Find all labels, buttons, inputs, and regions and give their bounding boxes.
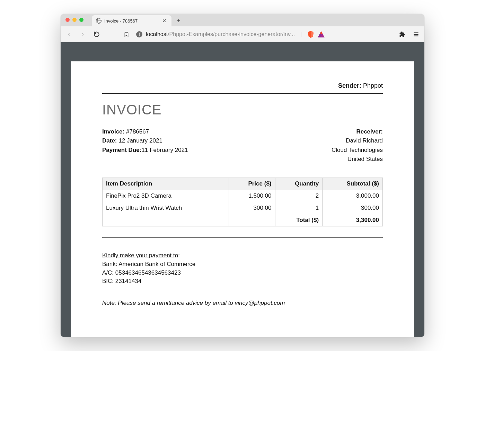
browser-tab[interactable]: Invoice - 786567 ✕ — [92, 15, 171, 26]
cell-subtotal: 3,000.00 — [323, 190, 383, 202]
titlebar: Invoice - 786567 ✕ + — [61, 14, 424, 26]
receiver-company: Cloud Technologies — [332, 146, 383, 155]
tab-title: Invoice - 786567 — [104, 18, 138, 24]
address-bar[interactable]: ! localhost/Phppot-Examples/purchase-inv… — [136, 31, 393, 38]
sender-name: Phppot — [363, 82, 383, 89]
site-info-icon[interactable]: ! — [136, 31, 142, 37]
sender-line: Sender: Phppot — [102, 82, 383, 89]
reload-button[interactable] — [92, 30, 101, 38]
receiver-name: David Richard — [332, 136, 383, 145]
menu-button[interactable] — [412, 30, 420, 38]
brave-rewards-icon[interactable] — [318, 31, 325, 37]
table-row: FinePix Pro2 3D Camera 1,500.00 2 3,000.… — [103, 190, 383, 202]
new-tab-button[interactable]: + — [174, 16, 183, 26]
cell-price: 1,500.00 — [229, 190, 275, 202]
invoice-number-label: Invoice: — [102, 128, 124, 135]
meta-row: Invoice: #786567 Date: 12 January 2021 P… — [102, 127, 383, 164]
minimize-window-button[interactable] — [72, 18, 77, 22]
sender-label: Sender: — [338, 82, 361, 89]
receiver-label: Receiver: — [356, 128, 383, 135]
total-row: Total ($) 3,300.00 — [103, 214, 383, 226]
table-header-row: Item Description Price ($) Quantity Subt… — [103, 178, 383, 190]
bookmark-button[interactable] — [122, 30, 131, 38]
extensions-button[interactable] — [398, 30, 406, 38]
cell-qty: 1 — [275, 202, 323, 214]
divider — [102, 237, 383, 238]
maximize-window-button[interactable] — [79, 18, 83, 22]
payment-bank: Bank: American Bank of Commerce — [102, 261, 195, 267]
forward-button[interactable] — [79, 30, 87, 38]
svg-marker-2 — [318, 31, 321, 37]
payment-due: 11 February 2021 — [141, 147, 188, 153]
toolbar: ! localhost/Phppot-Examples/purchase-inv… — [61, 26, 424, 42]
remittance-note: Note: Please send a remittance advice by… — [102, 300, 383, 307]
cell-desc: Luxury Ultra thin Wrist Watch — [103, 202, 229, 214]
col-desc: Item Description — [103, 178, 229, 190]
items-table: Item Description Price ($) Quantity Subt… — [102, 178, 383, 226]
globe-icon — [96, 18, 102, 24]
cell-desc: FinePix Pro2 3D Camera — [103, 190, 229, 202]
receiver-meta: Receiver: David Richard Cloud Technologi… — [332, 127, 383, 164]
divider — [102, 93, 383, 94]
col-qty: Quantity — [275, 178, 323, 190]
back-button[interactable] — [65, 30, 73, 38]
payment-info: Kindly make your payment to: Bank: Ameri… — [102, 251, 383, 286]
payment-bic: BIC: 23141434 — [102, 278, 141, 284]
url-path: /Phppot-Examples/purchase-invoice-genera… — [168, 31, 295, 37]
invoice-date-label: Date: — [102, 137, 117, 144]
total-label: Total ($) — [275, 214, 323, 226]
payment-account: A/C: 05346346543634563423 — [102, 269, 181, 276]
cell-qty: 2 — [275, 190, 323, 202]
url-host: localhost — [146, 31, 168, 37]
cell-price: 300.00 — [229, 202, 275, 214]
page-title: INVOICE — [102, 102, 383, 118]
invoice-meta: Invoice: #786567 Date: 12 January 2021 P… — [102, 127, 188, 164]
invoice-page: Sender: Phppot INVOICE Invoice: #786567 … — [71, 61, 414, 337]
col-subtotal: Subtotal ($) — [323, 178, 383, 190]
table-row: Luxury Ultra thin Wrist Watch 300.00 1 3… — [103, 202, 383, 214]
col-price: Price ($) — [229, 178, 275, 190]
viewport: Sender: Phppot INVOICE Invoice: #786567 … — [61, 42, 424, 337]
cell-subtotal: 300.00 — [323, 202, 383, 214]
total-value: 3,300.00 — [323, 214, 383, 226]
browser-window: Invoice - 786567 ✕ + ! localhost/Phppot-… — [61, 14, 424, 337]
close-tab-button[interactable]: ✕ — [161, 18, 167, 24]
receiver-country: United States — [332, 155, 383, 164]
window-controls — [65, 18, 83, 22]
invoice-date: 12 January 2021 — [118, 137, 162, 144]
invoice-number: #786567 — [126, 128, 149, 135]
close-window-button[interactable] — [65, 18, 70, 22]
payment-due-label: Payment Due: — [102, 147, 141, 153]
payment-heading: Kindly make your payment to — [102, 252, 178, 259]
brave-shield-icon[interactable] — [307, 31, 314, 38]
